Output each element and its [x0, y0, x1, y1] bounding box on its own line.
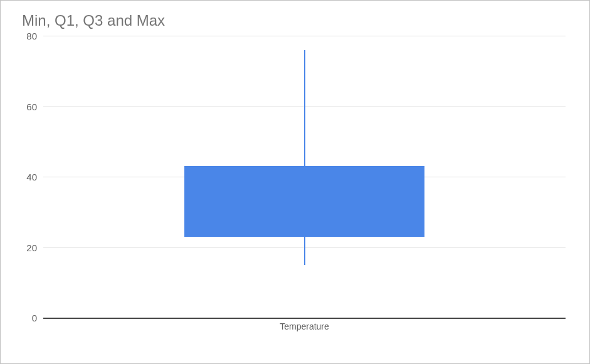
- y-tick-label: 80: [18, 31, 37, 41]
- y-tick-label: 40: [18, 172, 37, 182]
- y-tick-label: 20: [18, 242, 37, 252]
- plot-area: 020406080: [43, 36, 566, 318]
- gridline: [43, 36, 566, 36]
- box-rect: [184, 166, 424, 237]
- x-axis-baseline: [43, 318, 566, 319]
- chart-container: Min, Q1, Q3 and Max 020406080 Temperatur…: [1, 1, 589, 363]
- y-tick-label: 60: [18, 101, 37, 112]
- chart-title: Min, Q1, Q3 and Max: [22, 12, 572, 29]
- x-axis-label: Temperature: [280, 321, 329, 331]
- y-tick-label: 0: [18, 313, 37, 323]
- plot-wrapper: 020406080 Temperature: [43, 36, 566, 336]
